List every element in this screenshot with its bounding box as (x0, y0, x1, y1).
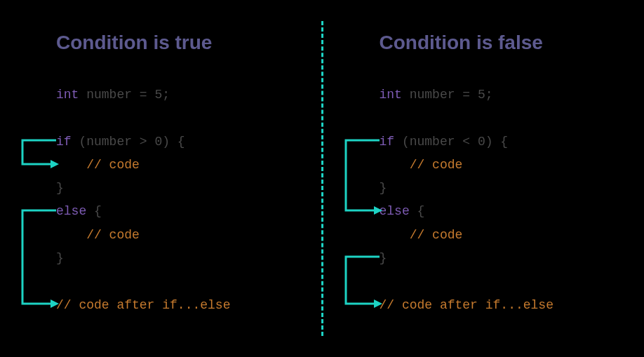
diagram-container: Condition is true int number = 5; if (nu… (0, 0, 644, 357)
else-open-brace: { (410, 204, 425, 218)
blank-line (56, 107, 300, 130)
keyword-if: if (56, 135, 72, 149)
code-declaration: int number = 5; (56, 83, 300, 107)
comment-after: // code after if...else (380, 298, 554, 312)
blank-line (56, 270, 300, 293)
comment-after: // code after if...else (56, 298, 230, 312)
else-body: // code (56, 224, 300, 247)
after-line: // code after if...else (380, 294, 624, 317)
comment-code: // code (380, 158, 463, 172)
if-body: // code (56, 154, 300, 177)
keyword-else: else (56, 204, 86, 218)
right-code: int number = 5; if (number < 0) { // cod… (380, 83, 624, 317)
left-panel: Condition is true int number = 5; if (nu… (0, 0, 321, 357)
keyword-int: int (380, 88, 402, 102)
else-close-brace: } (56, 247, 300, 270)
if-body: // code (380, 154, 624, 177)
right-panel: Condition is false int number = 5; if (n… (323, 0, 645, 357)
if-close-brace: } (56, 177, 300, 200)
if-condition: (number < 0) { (394, 135, 508, 149)
else-line: else { (56, 200, 300, 223)
right-heading: Condition is false (380, 32, 624, 54)
after-line: // code after if...else (56, 294, 300, 317)
comment-code: // code (56, 158, 140, 172)
if-line: if (number < 0) { (380, 130, 624, 154)
if-line: if (number > 0) { (56, 130, 300, 154)
left-heading: Condition is true (56, 32, 300, 54)
comment-code: // code (56, 228, 140, 242)
else-open-brace: { (86, 204, 102, 218)
declaration-text: number = 5; (79, 88, 170, 102)
else-line: else { (380, 200, 624, 223)
keyword-else: else (380, 204, 410, 218)
else-body: // code (380, 224, 624, 247)
if-close-brace: } (380, 177, 624, 200)
else-close-brace: } (380, 247, 624, 270)
blank-line (380, 107, 624, 130)
keyword-if: if (380, 135, 395, 149)
code-declaration: int number = 5; (380, 83, 624, 107)
comment-code: // code (380, 228, 463, 242)
declaration-text: number = 5; (402, 88, 493, 102)
blank-line (380, 270, 624, 293)
left-code: int number = 5; if (number > 0) { // cod… (56, 83, 300, 317)
keyword-int: int (56, 88, 79, 102)
if-condition: (number > 0) { (72, 135, 185, 149)
